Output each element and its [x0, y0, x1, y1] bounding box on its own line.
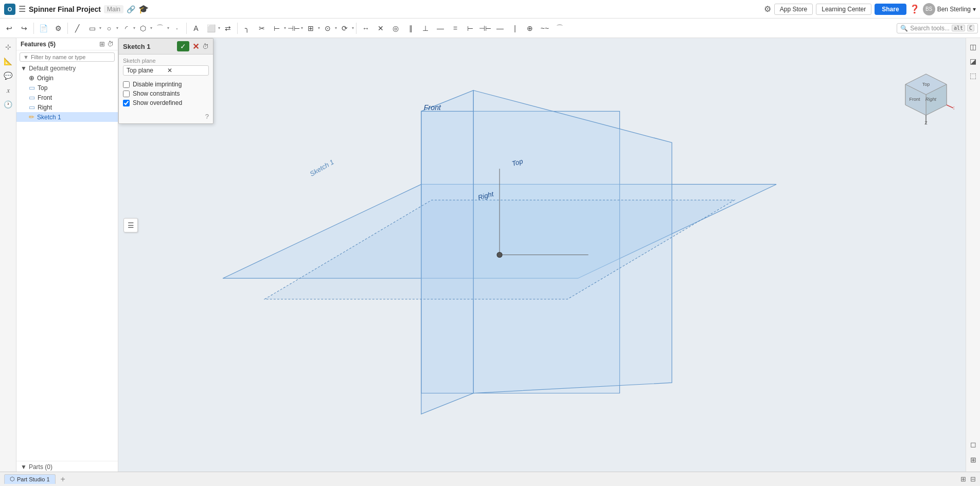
measure-tool[interactable]: 📐	[2, 55, 15, 68]
app-logo[interactable]: O	[4, 4, 15, 15]
constraint-btn3[interactable]: ⌒	[553, 21, 567, 35]
tr-caret[interactable]: ▾	[352, 26, 354, 30]
snap-icon[interactable]: ◻	[967, 438, 980, 451]
mirror-dropdown: ⊣⊢ ▾	[287, 21, 303, 35]
feature-filter[interactable]: ▼	[20, 52, 115, 62]
image-caret[interactable]: ▾	[218, 26, 220, 30]
parts-header[interactable]: ▼ Parts (0)	[16, 462, 118, 472]
view-style-button1[interactable]: ◫	[967, 40, 980, 53]
grid-icon[interactable]: ⊞	[967, 453, 980, 466]
branch-label[interactable]: Main	[104, 5, 123, 13]
circle-caret[interactable]: ▾	[116, 26, 118, 30]
search-tools[interactable]: 🔍 Search tools... alt C	[897, 23, 978, 33]
variable-tool[interactable]: 𝑥	[2, 83, 15, 97]
sketch1-item[interactable]: ✏ Sketch 1	[16, 112, 118, 122]
feature-panel-icon1[interactable]: ⊞	[99, 40, 105, 48]
top-plane-item[interactable]: ▭ Top	[16, 83, 118, 93]
extend-button[interactable]: ⊢	[270, 21, 284, 35]
comment-tool[interactable]: 💬	[2, 69, 15, 82]
equal-button[interactable]: =	[448, 21, 462, 35]
user-menu[interactable]: BS Ben Sterling ▾	[923, 3, 976, 15]
bottom-icon2[interactable]: ⊟	[970, 475, 976, 483]
show-overdefined-label[interactable]: Show overdefined	[133, 99, 182, 106]
extend-caret[interactable]: ▾	[284, 26, 286, 30]
hamburger-menu[interactable]: ☰	[19, 4, 26, 14]
show-constraints-checkbox[interactable]	[123, 91, 130, 97]
image-button[interactable]: ⬜	[204, 21, 218, 35]
disable-imprinting-label[interactable]: Disable imprinting	[133, 81, 182, 88]
pierce-button[interactable]: ⊕	[523, 21, 537, 35]
tangent-button[interactable]: —	[433, 21, 448, 35]
feature-panel-icon2[interactable]: ⏱	[107, 40, 114, 48]
add-tab-button[interactable]: +	[58, 474, 68, 485]
arc-button[interactable]: ◜	[119, 21, 133, 35]
cp-caret[interactable]: ▾	[335, 26, 337, 30]
linearpattern-button[interactable]: ⊞	[304, 21, 318, 35]
app-store-button[interactable]: App Store	[774, 4, 813, 15]
rect-caret[interactable]: ▾	[99, 26, 101, 30]
curve-caret[interactable]: ▾	[167, 26, 169, 30]
plane-select[interactable]: Top plane ✕	[123, 65, 209, 76]
point-button[interactable]: ·	[170, 21, 184, 35]
concentric-button[interactable]: ◎	[388, 21, 403, 35]
rect-button[interactable]: ▭	[85, 21, 99, 35]
sketch-cancel-button[interactable]: ✕	[192, 42, 199, 51]
viewport[interactable]: Front Top Right Sketch 1 ☰ Top Right Fro…	[118, 38, 980, 472]
settings-button[interactable]: ⚙	[51, 21, 65, 35]
plane-clear-icon[interactable]: ✕	[167, 67, 206, 74]
sketch1-label: Sketch 1	[37, 114, 61, 121]
perp-button[interactable]: ⊥	[418, 21, 433, 35]
circle-button[interactable]: ○	[102, 21, 116, 35]
share-button[interactable]: Share	[875, 4, 906, 15]
learning-center-button[interactable]: Learning Center	[816, 4, 871, 15]
arc-caret[interactable]: ▾	[133, 26, 135, 30]
help-button[interactable]: ❓	[910, 4, 920, 14]
dimension-button[interactable]: ↔	[359, 21, 373, 35]
show-constraints-label[interactable]: Show constraints	[133, 90, 180, 97]
coincident-button[interactable]: ✕	[373, 21, 388, 35]
sketch-clock-icon[interactable]: ⏱	[202, 43, 209, 50]
mirror-caret[interactable]: ▾	[301, 26, 303, 30]
curve-button[interactable]: ⌒	[153, 21, 167, 35]
vertical-button[interactable]: |	[508, 21, 522, 35]
origin-item[interactable]: ⊕ Origin	[16, 73, 118, 83]
redo-button[interactable]: ↪	[17, 21, 31, 35]
right-plane-item[interactable]: ▭ Right	[16, 102, 118, 112]
float-list-button[interactable]: ☰	[123, 218, 138, 232]
mirror-button[interactable]: ⊣⊢	[287, 21, 301, 35]
history-tool[interactable]: 🕐	[2, 98, 15, 111]
polygon-button[interactable]: ⬡	[136, 21, 150, 35]
default-geometry-header[interactable]: ▼ Default geometry	[16, 64, 118, 73]
part-studio-tab[interactable]: ⬡ Part Studio 1	[4, 474, 56, 484]
sketch-help-icon[interactable]: ?	[205, 113, 209, 120]
symmetric-button[interactable]: ⊣⊢	[478, 21, 492, 35]
constraint-btn2[interactable]: ~~	[538, 21, 552, 35]
flip-button[interactable]: ⇄	[221, 21, 235, 35]
trim-button[interactable]: ✂	[255, 21, 269, 35]
document-button[interactable]: 📄	[36, 21, 50, 35]
settings-icon[interactable]: ⚙	[764, 4, 771, 14]
line-button[interactable]: ╱	[70, 21, 84, 35]
sketch-confirm-button[interactable]: ✓	[177, 41, 189, 51]
show-overdefined-checkbox[interactable]	[123, 100, 130, 106]
undo-button[interactable]: ↩	[2, 21, 16, 35]
cursor-tool[interactable]: ⊹	[2, 40, 15, 53]
lp-caret[interactable]: ▾	[318, 26, 320, 30]
parallel-button[interactable]: ∥	[403, 21, 418, 35]
text-button[interactable]: A	[189, 21, 203, 35]
feature-filter-input[interactable]	[31, 54, 111, 60]
link-icon[interactable]: 🔗	[127, 5, 135, 13]
front-plane-item[interactable]: ▭ Front	[16, 93, 118, 102]
axis-cube[interactable]: Top Right Front Z X	[898, 69, 954, 125]
circpattern-button[interactable]: ⊙	[320, 21, 335, 35]
midpoint-button[interactable]: ⊢	[463, 21, 477, 35]
view-style-button3[interactable]: ⬚	[967, 69, 980, 82]
bottom-icon1[interactable]: ⊞	[960, 475, 966, 483]
horizontal-button[interactable]: —	[493, 21, 507, 35]
fillet-button[interactable]: ╮	[240, 21, 254, 35]
disable-imprinting-checkbox[interactable]	[123, 81, 130, 88]
graduation-icon[interactable]: 🎓	[138, 4, 149, 14]
view-style-button2[interactable]: ◪	[967, 55, 980, 68]
transform-button[interactable]: ⟳	[337, 21, 352, 35]
poly-caret[interactable]: ▾	[150, 26, 152, 30]
